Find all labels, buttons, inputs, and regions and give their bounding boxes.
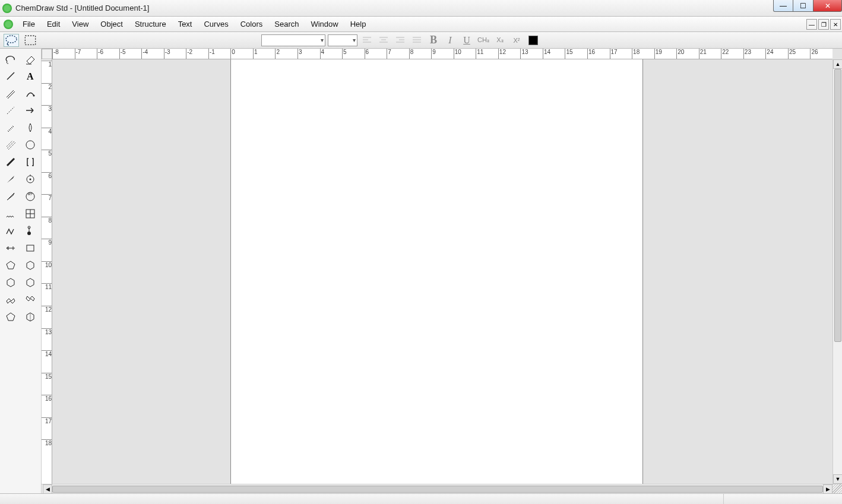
tool-pen[interactable] <box>21 85 40 102</box>
font-family-select[interactable]: ▾ <box>261 34 325 46</box>
align-right-button[interactable] <box>393 34 407 47</box>
menu-object[interactable]: Object <box>94 18 129 30</box>
tool-cyclopentane[interactable] <box>2 309 20 325</box>
acyclic-chain-icon <box>5 242 17 254</box>
tool-squiggle-bond[interactable] <box>2 205 20 222</box>
close-button[interactable]: ✕ <box>813 0 842 12</box>
h-tick: 22 <box>721 49 729 59</box>
align-center-button[interactable] <box>376 34 391 47</box>
tool-cyclohexane-3d[interactable] <box>21 309 40 325</box>
h-tick: 14 <box>543 49 550 59</box>
menu-search[interactable]: Search <box>268 18 305 30</box>
size-grip[interactable] <box>832 484 842 494</box>
lasso-tool-button[interactable] <box>4 34 19 47</box>
wedge-bond-icon <box>5 173 17 185</box>
tool-brackets[interactable] <box>21 154 40 170</box>
v-tick: 1 <box>42 61 52 68</box>
marquee-tool-button[interactable] <box>23 34 38 47</box>
tool-tlc-plate[interactable] <box>21 223 40 239</box>
horizontal-scrollbar[interactable]: ◀ ▶ <box>43 484 832 493</box>
tool-rectangle[interactable] <box>21 240 40 256</box>
cyclohexane-3d-icon <box>24 311 36 323</box>
scroll-down-button[interactable]: ▼ <box>833 474 842 484</box>
menu-edit[interactable]: Edit <box>41 18 66 30</box>
tool-text-atom[interactable]: A <box>21 68 40 84</box>
minimize-button[interactable]: — <box>773 0 793 12</box>
vertical-scrollbar[interactable]: ▲ ▼ <box>832 59 842 484</box>
tool-acyclic-chain[interactable] <box>2 240 20 256</box>
tool-cyclohexane[interactable] <box>2 274 20 291</box>
mdi-restore-button[interactable]: ❐ <box>818 19 829 30</box>
table-icon <box>24 208 36 220</box>
drawing-page[interactable] <box>230 59 643 484</box>
document-area: -8-7-6-5-4-3-2-1012345678910111213141516… <box>42 49 842 493</box>
align-left-button[interactable] <box>360 34 374 47</box>
menu-window[interactable]: Window <box>305 18 344 30</box>
tool-benzene[interactable] <box>21 257 40 274</box>
menu-view[interactable]: View <box>66 18 94 30</box>
tool-multiple-bonds[interactable] <box>2 85 20 102</box>
formula-button[interactable]: CH₂ <box>476 34 490 47</box>
maximize-button[interactable]: ☐ <box>793 0 813 12</box>
align-justify-button[interactable] <box>410 34 424 47</box>
query-icon: R? <box>24 191 36 202</box>
menu-colors[interactable]: Colors <box>235 18 269 30</box>
chevron-down-icon: ▾ <box>353 37 356 43</box>
tool-dashed-bond[interactable] <box>2 102 20 119</box>
horizontal-ruler[interactable]: -8-7-6-5-4-3-2-1012345678910111213141516… <box>52 49 832 59</box>
svg-line-29 <box>8 142 15 150</box>
canvas-scroll-area[interactable] <box>52 59 832 484</box>
menu-help[interactable]: Help <box>344 18 372 30</box>
menu-file[interactable]: File <box>17 18 41 30</box>
tool-chair-a[interactable] <box>2 291 20 308</box>
tool-table[interactable] <box>21 205 40 222</box>
tool-circle-draw[interactable] <box>21 137 40 153</box>
chevron-down-icon: ▾ <box>321 37 324 43</box>
mdi-close-button[interactable]: ✕ <box>830 19 841 30</box>
underline-button[interactable]: U <box>460 34 474 47</box>
tool-wavy-bonds[interactable] <box>2 137 20 153</box>
font-size-select[interactable]: ▾ <box>328 34 357 46</box>
h-tick: 24 <box>765 49 773 59</box>
tool-chair-b[interactable] <box>21 291 40 308</box>
bold-button[interactable]: B <box>426 34 441 47</box>
tool-query[interactable]: R? <box>21 188 40 205</box>
tool-chemical-symbol[interactable] <box>21 171 40 188</box>
tool-arrow[interactable] <box>21 102 40 119</box>
tool-orbital[interactable] <box>21 119 40 136</box>
svg-text:R?: R? <box>28 192 33 196</box>
h-tick: -1 <box>208 49 215 59</box>
tool-wedge-bond[interactable] <box>2 171 20 188</box>
v-tick: 16 <box>42 395 52 402</box>
h-tick: 19 <box>654 49 662 59</box>
superscript-button[interactable]: X² <box>509 34 524 47</box>
color-swatch-button[interactable] <box>528 36 538 45</box>
v-scroll-thumb[interactable] <box>834 69 841 342</box>
scroll-right-button[interactable]: ▶ <box>823 484 832 494</box>
h-tick: 15 <box>565 49 572 59</box>
svg-point-40 <box>27 232 31 235</box>
scroll-left-button[interactable]: ◀ <box>43 484 52 494</box>
lasso-icon <box>4 34 18 46</box>
v-tick: 11 <box>42 283 52 290</box>
mdi-minimize-button[interactable]: — <box>806 19 817 30</box>
tool-eraser[interactable] <box>21 50 40 67</box>
menu-structure[interactable]: Structure <box>129 18 172 30</box>
subscript-button[interactable]: X₂ <box>493 34 507 47</box>
tool-cyclohexane-alt[interactable] <box>21 274 40 291</box>
vertical-ruler[interactable]: 123456789101112131415161718 <box>42 59 52 484</box>
scroll-up-button[interactable]: ▲ <box>833 59 842 69</box>
italic-button[interactable]: I <box>443 34 457 47</box>
tool-lasso[interactable] <box>2 50 20 67</box>
text-atom-icon: A <box>24 70 36 82</box>
tool-hollow-wedge[interactable] <box>2 188 20 205</box>
menu-text[interactable]: Text <box>172 18 198 30</box>
menu-curves[interactable]: Curves <box>198 18 234 30</box>
tool-single-bond[interactable] <box>2 68 20 84</box>
h-scroll-thumb[interactable] <box>52 486 823 493</box>
tool-hashed-bond[interactable] <box>2 119 20 136</box>
tool-chain[interactable] <box>2 223 20 239</box>
h-tick: 20 <box>676 49 684 59</box>
tool-cyclopentadiene[interactable] <box>2 257 20 274</box>
tool-bold-bond[interactable] <box>2 154 20 170</box>
